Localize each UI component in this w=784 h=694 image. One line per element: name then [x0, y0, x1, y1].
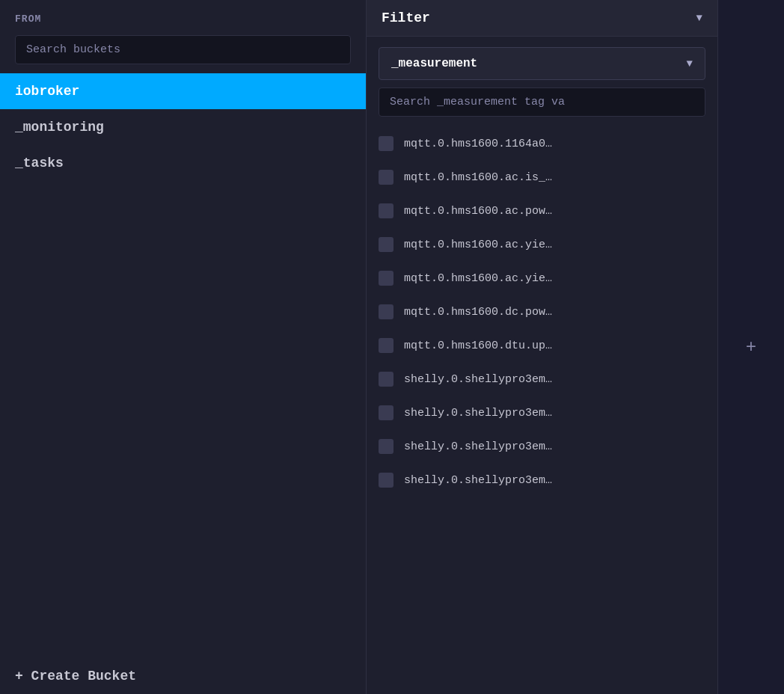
bucket-list: iobroker _monitoring _tasks	[0, 73, 366, 658]
measurement-name: mqtt.0.hms1600.dtu.up…	[404, 340, 552, 352]
measurement-name: shelly.0.shellypro3em…	[404, 373, 552, 386]
measurement-chevron-down-icon: ▼	[687, 58, 693, 70]
measurement-list: mqtt.0.hms1600.1164a0…mqtt.0.hms1600.ac.…	[367, 127, 717, 694]
measurement-item[interactable]: mqtt.0.hms1600.ac.pow…	[367, 194, 717, 228]
create-bucket-button[interactable]: + Create Bucket	[0, 658, 366, 694]
middle-panel: Filter ▼ _measurement ▼ mqtt.0.hms1600.1…	[367, 0, 718, 694]
measurement-item[interactable]: mqtt.0.hms1600.dc.pow…	[367, 295, 717, 329]
bucket-item-tasks[interactable]: _tasks	[0, 145, 366, 181]
measurement-checkbox[interactable]	[379, 439, 393, 454]
measurement-checkbox[interactable]	[379, 170, 393, 185]
measurement-checkbox[interactable]	[379, 136, 393, 151]
measurement-checkbox[interactable]	[379, 405, 393, 420]
measurement-dropdown-label: _measurement	[391, 57, 477, 70]
measurement-item[interactable]: mqtt.0.hms1600.dtu.up…	[367, 329, 717, 363]
measurement-item[interactable]: shelly.0.shellypro3em…	[367, 396, 717, 430]
measurement-checkbox[interactable]	[379, 203, 393, 218]
measurement-dropdown[interactable]: _measurement ▼	[379, 47, 705, 80]
measurement-name: mqtt.0.hms1600.ac.is_…	[404, 171, 552, 184]
search-tag-box	[379, 87, 705, 117]
measurement-name: mqtt.0.hms1600.dc.pow…	[404, 306, 552, 319]
measurement-name: mqtt.0.hms1600.ac.yie…	[404, 239, 552, 251]
search-buckets-box	[15, 35, 351, 64]
measurement-name: shelly.0.shellypro3em…	[404, 407, 552, 420]
filter-title: Filter	[382, 10, 430, 25]
filter-header: Filter ▼	[367, 0, 717, 37]
measurement-checkbox[interactable]	[379, 372, 393, 387]
search-buckets-input[interactable]	[26, 43, 340, 56]
right-panel: +	[718, 0, 784, 694]
measurement-item[interactable]: shelly.0.shellypro3em…	[367, 464, 717, 497]
measurement-item[interactable]: mqtt.0.hms1600.1164a0…	[367, 127, 717, 161]
measurement-checkbox[interactable]	[379, 473, 393, 488]
measurement-name: shelly.0.shellypro3em…	[404, 474, 552, 487]
measurement-item[interactable]: mqtt.0.hms1600.ac.yie…	[367, 262, 717, 295]
measurement-checkbox[interactable]	[379, 338, 393, 353]
measurement-name: mqtt.0.hms1600.ac.pow…	[404, 205, 552, 218]
main-container: FROM iobroker _monitoring _tasks + Creat…	[0, 0, 784, 694]
add-column-button[interactable]: +	[738, 334, 765, 360]
measurement-item[interactable]: mqtt.0.hms1600.ac.is_…	[367, 161, 717, 194]
left-panel: FROM iobroker _monitoring _tasks + Creat…	[0, 0, 367, 694]
from-header: FROM	[0, 0, 366, 35]
search-tag-input[interactable]	[390, 96, 694, 108]
measurement-name: mqtt.0.hms1600.1164a0…	[404, 138, 552, 150]
bucket-item-iobroker[interactable]: iobroker	[0, 73, 366, 109]
measurement-item[interactable]: shelly.0.shellypro3em…	[367, 430, 717, 464]
bucket-item-monitoring[interactable]: _monitoring	[0, 109, 366, 145]
measurement-item[interactable]: shelly.0.shellypro3em…	[367, 363, 717, 396]
filter-dropdown-arrow-icon[interactable]: ▼	[696, 12, 702, 24]
measurement-checkbox[interactable]	[379, 271, 393, 286]
measurement-checkbox[interactable]	[379, 237, 393, 252]
measurement-name: mqtt.0.hms1600.ac.yie…	[404, 272, 552, 285]
measurement-item[interactable]: mqtt.0.hms1600.ac.yie…	[367, 228, 717, 262]
measurement-checkbox[interactable]	[379, 304, 393, 319]
measurement-name: shelly.0.shellypro3em…	[404, 440, 552, 453]
